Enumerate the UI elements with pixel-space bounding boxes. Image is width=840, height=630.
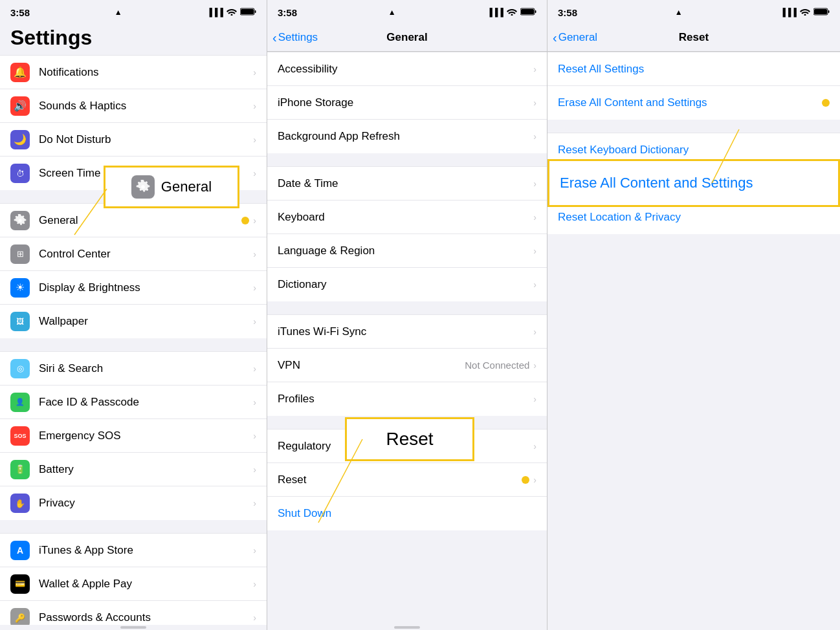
- settings-big-title-bar: Settings: [0, 23, 267, 55]
- passwordsaccounts-label: Passwords & Accounts: [39, 611, 253, 624]
- scroll-area-2: [267, 625, 547, 630]
- chevron-dictionary: ›: [533, 279, 536, 290]
- chevron-wallpaper: ›: [253, 316, 256, 327]
- status-bar-2: 3:58 ▲ ▐▐▐: [267, 0, 547, 23]
- keyboard-label: Keyboard: [278, 211, 533, 224]
- settings-item-display[interactable]: ☀ Display & Brightness ›: [0, 271, 267, 305]
- reset-item-eraseallcontent[interactable]: Erase All Content and Settings: [547, 86, 840, 120]
- chevron-general: ›: [253, 215, 256, 226]
- chevron-donotdisturb: ›: [253, 135, 256, 145]
- chevron-wallet: ›: [253, 579, 256, 589]
- settings-item-controlcenter[interactable]: ⊞ Control Center ›: [0, 237, 267, 271]
- chevron-siri: ›: [253, 364, 256, 374]
- general-item-iphonestorage[interactable]: iPhone Storage ›: [267, 86, 547, 120]
- chevron-screentime: ›: [253, 168, 256, 179]
- general-nav-title: General: [386, 31, 427, 44]
- reset-back-label: General: [558, 31, 597, 44]
- eraseallcontent-label: Erase All Content and Settings: [558, 96, 818, 109]
- wallpaper-label: Wallpaper: [39, 315, 253, 328]
- svg-rect-6: [535, 10, 536, 13]
- general-list: Accessibility › iPhone Storage › Backgro…: [267, 52, 547, 625]
- general-item-datetime[interactable]: Date & Time ›: [267, 167, 547, 201]
- settings-item-donotdisturb[interactable]: 🌙 Do Not Disturb ›: [0, 123, 267, 157]
- reset-back-button[interactable]: ‹ General: [553, 31, 597, 44]
- chevron-reset: ›: [533, 475, 536, 485]
- general-back-button[interactable]: ‹ Settings: [272, 31, 318, 44]
- general-icon: [10, 211, 30, 230]
- iphonestorage-label: iPhone Storage: [278, 96, 533, 109]
- chevron-battery: ›: [253, 464, 256, 475]
- scroll-area-1: [0, 625, 267, 630]
- wifi-icon-2: [507, 8, 517, 17]
- screentime-label: Screen Time: [39, 167, 253, 180]
- reset-item-keyboarddictionary[interactable]: Reset Keyboard Dictionary: [547, 133, 840, 167]
- battery-icon-3: [813, 8, 830, 17]
- general-item-languageregion[interactable]: Language & Region ›: [267, 234, 547, 268]
- resetkeyboard-label: Reset Keyboard Dictionary: [558, 144, 830, 157]
- sounds-label: Sounds & Haptics: [39, 100, 253, 113]
- general-item-keyboard[interactable]: Keyboard ›: [267, 201, 547, 234]
- general-item-backgroundapprefresh[interactable]: Background App Refresh ›: [267, 120, 547, 153]
- general-label: General: [39, 214, 238, 227]
- battery-icon-2: [520, 8, 536, 17]
- privacy-label: Privacy: [39, 497, 253, 510]
- sounds-icon: 🔊: [10, 96, 30, 116]
- resetallsettings-label: Reset All Settings: [558, 63, 830, 76]
- general-item-ituneswifisync[interactable]: iTunes Wi-Fi Sync ›: [267, 315, 547, 349]
- scroll-indicator-2: [394, 626, 420, 629]
- general-item-profiles[interactable]: Profiles ›: [267, 382, 547, 416]
- panel-general: 3:58 ▲ ▐▐▐ ‹ Settings General: [267, 0, 547, 630]
- itunesappstore-icon: A: [10, 541, 30, 560]
- battery-label: Battery: [39, 463, 253, 476]
- reset-item-locationprivacy[interactable]: Reset Location & Privacy: [547, 201, 840, 234]
- settings-item-wallpaper[interactable]: 🖼 Wallpaper ›: [0, 305, 267, 338]
- chevron-accessibility: ›: [533, 64, 536, 74]
- time-1: 3:58: [10, 7, 30, 18]
- chevron-backgroundapprefresh: ›: [533, 131, 536, 142]
- faceid-label: Face ID & Passcode: [39, 396, 253, 409]
- siri-label: Siri & Search: [39, 362, 253, 375]
- settings-item-itunesappstore[interactable]: A iTunes & App Store ›: [0, 534, 267, 567]
- reset-item-homescreenlayout[interactable]: Reset Home Screen Layout: [547, 167, 840, 201]
- settings-item-emergencysos[interactable]: SOS Emergency SOS ›: [0, 419, 267, 453]
- passwordsaccounts-icon: 🔑: [10, 608, 30, 625]
- chevron-controlcenter: ›: [253, 249, 256, 259]
- settings-item-wallet[interactable]: 💳 Wallet & Apple Pay ›: [0, 567, 267, 601]
- emergencysos-label: Emergency SOS: [39, 429, 253, 442]
- svg-rect-7: [521, 9, 534, 14]
- time-3: 3:58: [558, 7, 577, 18]
- chevron-keyboard: ›: [533, 212, 536, 223]
- siri-icon: ◎: [10, 359, 30, 378]
- settings-page-title: Settings: [10, 26, 92, 49]
- settings-item-faceid[interactable]: 👤 Face ID & Passcode ›: [0, 386, 267, 419]
- chevron-datetime: ›: [533, 179, 536, 189]
- notifications-icon: 🔔: [10, 63, 30, 82]
- general-item-accessibility[interactable]: Accessibility ›: [267, 52, 547, 86]
- settings-item-siri[interactable]: ◎ Siri & Search ›: [0, 352, 267, 386]
- settings-item-battery[interactable]: 🔋 Battery ›: [0, 453, 267, 486]
- settings-item-notifications[interactable]: 🔔 Notifications ›: [0, 56, 267, 89]
- settings-item-privacy[interactable]: ✋ Privacy ›: [0, 486, 267, 520]
- settings-item-general[interactable]: General ›: [0, 204, 267, 237]
- settings-item-screentime[interactable]: ⏱ Screen Time ›: [0, 157, 267, 190]
- general-item-shutdown[interactable]: Shut Down: [267, 497, 547, 530]
- reset-item-allsettings[interactable]: Reset All Settings: [547, 52, 840, 86]
- general-item-dictionary[interactable]: Dictionary ›: [267, 268, 547, 301]
- settings-item-passwordsaccounts[interactable]: 🔑 Passwords & Accounts ›: [0, 601, 267, 625]
- general-nav-bar: ‹ Settings General: [267, 23, 547, 52]
- display-icon: ☀: [10, 278, 30, 298]
- status-bar-1: 3:58 ▲ ▐▐▐: [0, 0, 267, 23]
- profiles-label: Profiles: [278, 393, 533, 406]
- languageregion-label: Language & Region: [278, 244, 533, 257]
- general-item-reset[interactable]: Reset ›: [267, 463, 547, 497]
- general-item-regulatory[interactable]: Regulatory ›: [267, 429, 547, 463]
- chevron-iphonestorage: ›: [533, 98, 536, 108]
- general-item-vpn[interactable]: VPN Not Connected ›: [267, 349, 547, 382]
- chevron-emergencysos: ›: [253, 431, 256, 441]
- panel-settings: 3:58 ▲ ▐▐▐ Settings 🔔 Notificati: [0, 0, 267, 630]
- signal-icon-2: ▐▐▐: [487, 8, 503, 17]
- settings-item-sounds[interactable]: 🔊 Sounds & Haptics ›: [0, 89, 267, 123]
- backgroundapprefresh-label: Background App Refresh: [278, 130, 533, 143]
- emergencysos-icon: SOS: [10, 426, 30, 446]
- reset-list: Reset All Settings Erase All Content and…: [547, 52, 840, 630]
